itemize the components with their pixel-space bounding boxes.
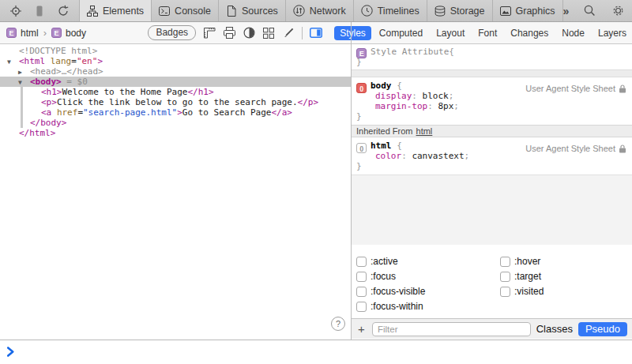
tab-label: Timelines: [378, 6, 419, 17]
inherited-from-header: Inherited Fromhtml: [352, 125, 632, 137]
checkbox-focus[interactable]: [356, 272, 367, 282]
tab-node[interactable]: Node: [556, 26, 590, 40]
dom-row-doctype[interactable]: <!DOCTYPE html>: [0, 46, 351, 56]
terminal-icon: [159, 6, 170, 17]
dom-row-head[interactable]: ▶<head>…</head>: [0, 66, 351, 77]
device-icon[interactable]: [32, 3, 47, 19]
toolbar-divider: [302, 27, 303, 39]
network-arrows-icon: [293, 5, 305, 17]
toolbar-left-icons: [0, 0, 79, 21]
toolbar-right: »: [563, 0, 632, 21]
dom-row-p[interactable]: <p>Click the link below to go to the sea…: [0, 97, 351, 107]
search-icon[interactable]: [581, 3, 597, 19]
grid-overlay-icon[interactable]: [262, 27, 275, 39]
pseudo-row-focus-visible[interactable]: :focus-visible: [356, 284, 425, 299]
tab-label: Elements: [103, 6, 144, 17]
pseudo-row-focus[interactable]: :focus: [356, 269, 425, 284]
reload-icon[interactable]: [55, 3, 71, 19]
inspect-element-icon[interactable]: [8, 3, 24, 19]
element-badge: E: [51, 28, 62, 38]
tab-layout[interactable]: Layout: [431, 26, 470, 40]
tab-timelines[interactable]: Timelines: [353, 0, 427, 21]
checkbox-hover[interactable]: [500, 257, 510, 267]
checkbox-active[interactable]: [356, 257, 367, 267]
dom-toolbar-buttons: Badges: [148, 25, 328, 40]
css-rule-body[interactable]: ()body { User Agent Style Sheet display:…: [352, 77, 632, 125]
breadcrumb-separator: ›: [43, 27, 47, 39]
classes-button[interactable]: Classes: [536, 324, 573, 334]
checkbox-focus-visible[interactable]: [356, 287, 367, 297]
tab-changes[interactable]: Changes: [505, 26, 554, 40]
tab-label: Sources: [242, 6, 278, 17]
pseudo-row-target[interactable]: :target: [500, 269, 544, 284]
tab-font[interactable]: Font: [472, 26, 502, 40]
dom-row-html-open[interactable]: ▼<html lang="en">: [0, 56, 351, 66]
document-icon: [226, 6, 237, 17]
tab-layers[interactable]: Layers: [592, 26, 632, 40]
css-property[interactable]: display: block;: [356, 91, 632, 101]
no-more-rules-area: [352, 174, 632, 245]
console-prompt-icon: [7, 347, 632, 357]
css-property[interactable]: margin-top: 8px;: [356, 101, 632, 111]
tab-sources[interactable]: Sources: [218, 0, 285, 21]
appearance-contrast-icon[interactable]: [243, 27, 255, 39]
tab-label: Network: [310, 6, 346, 17]
breadcrumb-item-body[interactable]: body: [66, 28, 86, 39]
tab-elements[interactable]: Elements: [79, 0, 151, 21]
database-icon: [434, 6, 446, 17]
tab-styles[interactable]: Styles: [334, 26, 371, 40]
dom-row-a[interactable]: <a href="search-page.html">Go to Search …: [0, 107, 351, 118]
gear-icon[interactable]: [610, 3, 626, 19]
checkbox-visited[interactable]: [500, 287, 510, 297]
image-icon: [500, 6, 511, 17]
tab-graphics[interactable]: Graphics: [492, 0, 563, 21]
tab-storage[interactable]: Storage: [427, 0, 492, 21]
element-badge: E: [6, 28, 17, 38]
add-rule-button[interactable]: +: [356, 324, 367, 334]
breadcrumb: E html › E body Badges: [0, 22, 328, 43]
secondary-bar: E html › E body Badges: [0, 22, 632, 44]
quick-console[interactable]: [0, 340, 632, 364]
pseudo-classes-section: :active :focus :focus-visible :focus-wit…: [352, 245, 632, 318]
pseudo-row-visited[interactable]: :visited: [500, 284, 544, 299]
sidebar-tabs: Styles Computed Layout Font Changes Node…: [328, 22, 632, 43]
tab-label: Console: [175, 6, 211, 17]
tab-console[interactable]: Console: [151, 0, 218, 21]
pseudo-row-hover[interactable]: :hover: [500, 254, 544, 269]
inherited-link[interactable]: html: [416, 126, 433, 136]
pseudo-button[interactable]: Pseudo: [578, 322, 627, 336]
print-styles-icon[interactable]: [223, 27, 235, 39]
pseudo-row-focus-within[interactable]: :focus-within: [356, 299, 425, 314]
css-property[interactable]: color: canvastext;: [356, 151, 632, 161]
more-tabs-chevrons[interactable]: »: [563, 5, 570, 17]
sitemap-icon: [87, 6, 98, 17]
dom-tree-panel: <!DOCTYPE html> ▼<html lang="en"> ▶<head…: [0, 44, 351, 340]
filter-input[interactable]: [372, 322, 531, 336]
breadcrumb-item-html[interactable]: html: [21, 28, 39, 39]
tab-computed[interactable]: Computed: [374, 26, 428, 40]
checkbox-focus-within[interactable]: [356, 302, 367, 312]
checkbox-target[interactable]: [500, 272, 510, 282]
styles-panel: EStyle Attribute{ } ()body { User Agent …: [352, 44, 632, 340]
clock-icon: [361, 5, 373, 17]
badges-button[interactable]: Badges: [148, 25, 196, 40]
rulers-icon[interactable]: [203, 27, 216, 39]
paint-flashing-icon[interactable]: [282, 27, 295, 39]
main-toolbar: Elements Console Sources Network Timelin…: [0, 0, 632, 22]
details-sidebar-toggle-icon[interactable]: [310, 27, 322, 39]
styles-filter-bar: + Classes Pseudo: [352, 318, 632, 339]
dom-row-html-close[interactable]: </html>: [0, 128, 351, 138]
dom-row-h1[interactable]: <h1>Welcome to the Home Page</h1>: [0, 87, 351, 97]
tab-network[interactable]: Network: [285, 0, 353, 21]
dom-row-body-close[interactable]: </body>: [0, 118, 351, 128]
section-gap: [352, 69, 632, 77]
web-inspector-window: Elements Console Sources Network Timelin…: [0, 0, 632, 364]
help-button[interactable]: ?: [331, 317, 345, 331]
tab-label: Storage: [450, 6, 485, 17]
pseudo-column-left: :active :focus :focus-visible :focus-wit…: [356, 254, 425, 314]
pseudo-column-right: :hover :target :visited: [500, 254, 544, 299]
pseudo-row-active[interactable]: :active: [356, 254, 425, 269]
style-attribute-section[interactable]: EStyle Attribute{ }: [352, 44, 632, 69]
css-rule-html[interactable]: ()html { User Agent Style Sheet color: c…: [352, 137, 632, 174]
dom-row-body-selected[interactable]: ▼<body> = $0: [0, 77, 351, 87]
